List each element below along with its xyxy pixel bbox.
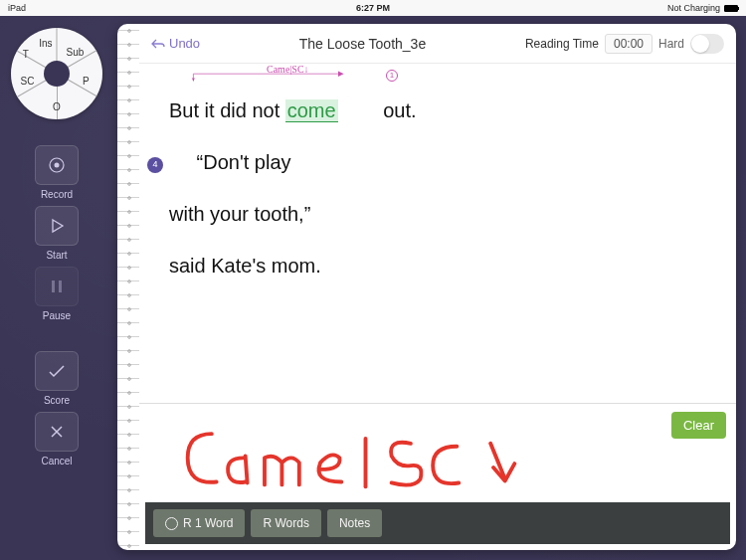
notes-button[interactable]: Notes [327,509,382,537]
wheel-p[interactable]: P [83,76,90,87]
reading-line-2[interactable]: 4 “Don't play [147,147,706,177]
handwriting-area[interactable]: Clear [139,403,736,502]
r-words-button[interactable]: R Words [251,509,320,537]
undo-icon [151,38,165,50]
wheel-sc[interactable]: SC [21,76,35,87]
svg-rect-3 [52,280,55,292]
page-title: The Loose Tooth_3e [200,36,525,52]
svg-marker-9 [338,71,344,77]
r-1-word-button[interactable]: R 1 Word [153,509,245,537]
handwriting-svg [145,410,730,496]
battery-icon [724,5,738,12]
svg-marker-10 [192,78,195,82]
pause-label: Pause [43,310,71,321]
annotation-top-text: Came|SC↓ [267,62,309,77]
record-label: Record [41,189,73,200]
start-button[interactable]: Start [35,206,79,261]
circle-icon [165,517,178,530]
ios-status-bar: iPad 6:27 PM Not Charging [0,0,746,16]
annotation-index: 1 [386,70,398,82]
highlighted-word[interactable]: come [285,99,338,122]
reading-area[interactable]: Came|SC↓ 1 But it did not come out. 4 “D… [139,64,736,403]
page-header: Undo The Loose Tooth_3e Reading Time 00:… [139,24,736,64]
score-label: Score [44,395,70,406]
annotation-wheel[interactable]: Ins Sub P O SC T [11,28,102,119]
left-panel: Ins Sub P O SC T Record Start Pause [0,16,117,560]
cancel-button[interactable]: Cancel [35,412,79,467]
status-time: 6:27 PM [356,3,390,13]
wheel-t[interactable]: T [23,48,29,59]
reading-line-4[interactable]: said Kate's mom. [169,251,706,280]
wheel-center [44,61,70,87]
record-button[interactable]: Record [35,145,79,200]
notebook: Undo The Loose Tooth_3e Reading Time 00:… [117,24,736,550]
hard-toggle[interactable] [690,34,724,54]
svg-point-1 [55,163,60,168]
undo-button[interactable]: Undo [151,36,200,51]
wheel-ins[interactable]: Ins [39,37,52,48]
cancel-label: Cancel [41,456,72,467]
pause-button: Pause [35,267,79,321]
status-device: iPad [8,3,26,13]
reading-line-3[interactable]: with your tooth,” [169,199,706,229]
score-button[interactable]: Score [35,351,79,406]
clear-button[interactable]: Clear [671,412,726,439]
reading-time-value: 00:00 [605,34,653,54]
reading-line-1[interactable]: But it did not come out. [169,95,706,125]
spiral-binding [117,24,139,550]
status-charging: Not Charging [667,3,720,13]
wheel-o[interactable]: O [53,101,61,112]
svg-marker-2 [53,220,63,232]
reading-time-label: Reading Time [525,37,599,51]
bottom-toolbar: R 1 Word R Words Notes [145,502,730,544]
undo-label: Undo [169,36,200,51]
svg-rect-4 [59,280,62,292]
wheel-sub[interactable]: Sub [66,46,84,57]
start-label: Start [46,250,67,261]
hard-label: Hard [658,37,684,51]
line-badge: 4 [147,157,163,173]
